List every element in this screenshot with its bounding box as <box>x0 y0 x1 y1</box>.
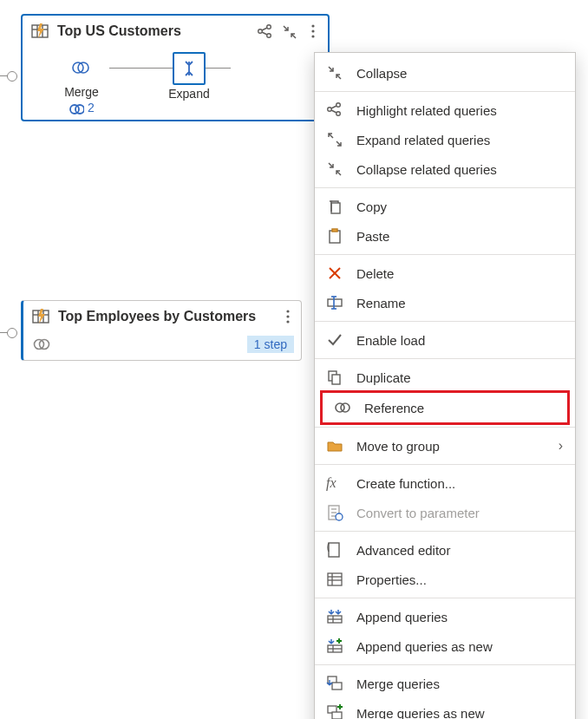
menu-item-copy[interactable]: Copy <box>315 192 575 221</box>
menu-item-expand-related-queries[interactable]: Expand related queries <box>315 125 575 154</box>
menu-item-label: Enable load <box>356 333 425 348</box>
collapse-arrows-in-icon <box>325 160 344 178</box>
share-icon[interactable] <box>257 23 272 39</box>
properties-icon <box>325 571 344 588</box>
fx-icon <box>325 474 344 492</box>
menu-separator <box>315 464 575 465</box>
menu-separator <box>315 531 575 532</box>
menu-separator <box>315 321 575 322</box>
rename-icon <box>325 294 344 311</box>
menu-item-label: Highlight related queries <box>356 103 497 118</box>
highlighted-menu-item: Reference <box>320 390 570 425</box>
menu-item-label: Merge queries <box>356 677 440 691</box>
menu-item-move-to-group[interactable]: Move to group› <box>315 431 575 461</box>
menu-item-label: Append queries <box>356 610 448 624</box>
menu-item-label: Paste <box>356 229 389 244</box>
merge-icon <box>32 337 51 352</box>
menu-item-label: Delete <box>356 266 394 281</box>
menu-item-label: Rename <box>356 296 406 310</box>
menu-item-label: Move to group <box>356 439 440 454</box>
menu-item-label: Duplicate <box>356 370 411 385</box>
merge-queries-icon <box>325 675 344 692</box>
menu-item-label: Merge queries as new <box>356 706 485 720</box>
query-table-icon <box>32 308 51 325</box>
connection-node[interactable] <box>7 328 17 338</box>
delete-x-icon <box>325 265 344 282</box>
menu-separator <box>315 358 575 359</box>
reference-count[interactable]: 2 <box>69 101 95 114</box>
check-icon <box>325 331 344 349</box>
chevron-right-icon: › <box>559 438 563 454</box>
step-merge[interactable]: Merge 2 <box>50 52 113 114</box>
menu-item-label: Collapse related queries <box>356 162 497 177</box>
folder-icon <box>325 437 344 454</box>
menu-item-merge-queries-as-new[interactable]: Merge queries as new <box>315 698 575 719</box>
menu-item-label: Convert to parameter <box>356 506 480 520</box>
menu-item-label: Reference <box>364 401 424 415</box>
menu-item-highlight-related-queries[interactable]: Highlight related queries <box>315 95 575 125</box>
menu-item-enable-load[interactable]: Enable load <box>315 325 575 355</box>
menu-separator <box>315 664 575 665</box>
more-menu-icon[interactable] <box>305 23 321 39</box>
menu-separator <box>315 187 575 188</box>
menu-item-properties[interactable]: Properties... <box>315 565 575 594</box>
query-card-top-us-customers[interactable]: Top US Customers Merge 2 Expand + <box>21 14 330 121</box>
connection-node[interactable] <box>7 71 17 82</box>
step-expand[interactable]: Expand <box>158 52 220 101</box>
menu-item-collapse-related-queries[interactable]: Collapse related queries <box>315 154 575 184</box>
menu-separator <box>315 427 575 428</box>
append-new-icon <box>325 637 344 655</box>
menu-item-label: Advanced editor <box>356 543 450 558</box>
duplicate-icon <box>325 369 344 386</box>
step-label: Merge <box>64 85 99 99</box>
copy-icon <box>325 198 344 215</box>
menu-item-collapse[interactable]: Collapse <box>315 58 575 88</box>
query-title: Top Employees by Customers <box>58 309 280 324</box>
menu-item-convert-to-parameter: Convert to parameter <box>315 498 575 527</box>
menu-item-append-queries-as-new[interactable]: Append queries as new <box>315 631 575 661</box>
menu-item-rename[interactable]: Rename <box>315 288 575 317</box>
advanced-editor-icon <box>325 541 344 559</box>
menu-item-label: Copy <box>356 199 387 214</box>
query-card-top-employees[interactable]: Top Employees by Customers 1 step <box>21 300 302 361</box>
reference-icon <box>333 399 352 416</box>
menu-item-advanced-editor[interactable]: Advanced editor <box>315 535 575 565</box>
collapse-arrows-in-icon <box>325 64 344 82</box>
menu-item-label: Create function... <box>356 476 455 491</box>
menu-item-duplicate[interactable]: Duplicate <box>315 363 575 392</box>
menu-item-label: Expand related queries <box>356 133 490 147</box>
menu-item-paste[interactable]: Paste <box>315 221 575 251</box>
menu-item-delete[interactable]: Delete <box>315 258 575 288</box>
menu-separator <box>315 254 575 255</box>
menu-item-reference[interactable]: Reference <box>323 393 567 422</box>
query-title: Top US Customers <box>57 23 257 39</box>
merge-queries-new-icon <box>325 704 344 719</box>
menu-item-label: Properties... <box>356 572 427 587</box>
menu-item-label: Collapse <box>356 66 407 81</box>
menu-item-merge-queries[interactable]: Merge queries <box>315 669 575 698</box>
context-menu: CollapseHighlight related queriesExpand … <box>314 52 576 719</box>
step-label: Expand <box>168 87 209 101</box>
menu-item-label: Append queries as new <box>356 639 493 654</box>
collapse-icon[interactable] <box>281 23 297 39</box>
menu-separator <box>315 598 575 598</box>
menu-item-create-function[interactable]: Create function... <box>315 468 575 498</box>
query-table-icon <box>31 23 50 40</box>
append-icon <box>325 608 344 625</box>
menu-item-append-queries[interactable]: Append queries <box>315 602 575 631</box>
paste-icon <box>325 227 344 245</box>
expand-arrows-out-icon <box>325 131 344 148</box>
more-menu-icon[interactable] <box>280 309 296 324</box>
step-count-badge[interactable]: 1 step <box>247 336 294 353</box>
menu-separator <box>315 91 575 92</box>
share-icon <box>325 101 344 119</box>
parameter-icon <box>325 504 344 521</box>
